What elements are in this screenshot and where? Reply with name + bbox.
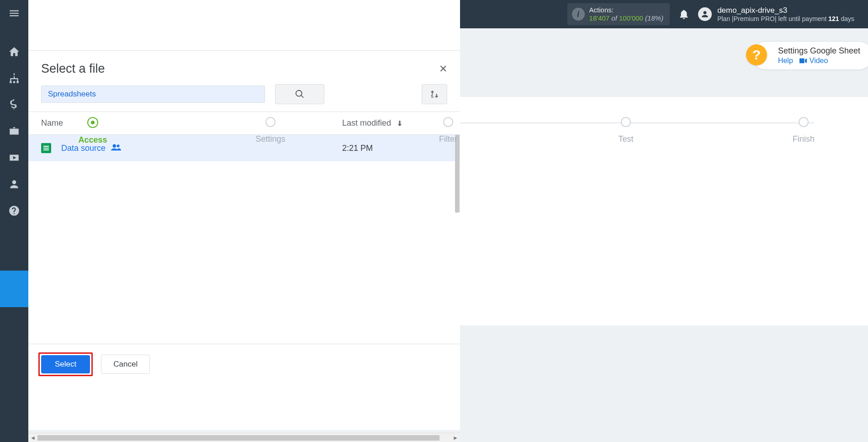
dollar-icon[interactable] [0, 91, 28, 118]
video-link[interactable]: Video [799, 57, 828, 65]
actions-counter[interactable]: i Actions: 18'407 of 100'000 (18%) [567, 3, 670, 25]
actions-pct: (18%) [645, 14, 663, 22]
actions-total: 100'000 [619, 14, 643, 22]
step-settings[interactable]: Settings [236, 117, 305, 144]
sort-button[interactable] [422, 84, 447, 104]
help-chip: ? Settings Google Sheet Help Video [752, 41, 868, 70]
file-list: Data source 2:21 PM [28, 135, 460, 344]
info-icon: i [572, 8, 585, 21]
select-button[interactable]: Select [41, 355, 90, 373]
step-finish[interactable]: Finish [769, 117, 838, 144]
file-picker-dialog: Select a file ✕ Spreadsheets Name Last m… [28, 50, 460, 384]
step-test[interactable]: Test [592, 117, 660, 144]
actions-count: 18'407 [589, 14, 610, 22]
select-highlight: Select [38, 352, 93, 376]
filter-chip[interactable]: Spreadsheets [41, 85, 265, 103]
user-block[interactable]: demo_apix-drive_s3 Plan |Premium PRO| le… [698, 6, 854, 22]
horizontal-scrollbar[interactable]: ◄ ► [28, 433, 460, 442]
help-link[interactable]: Help [778, 57, 793, 65]
sitemap-icon[interactable] [0, 65, 28, 91]
arrow-down-icon [396, 119, 404, 128]
scrollbar-thumb[interactable] [455, 135, 460, 213]
dialog-title: Select a file [41, 62, 105, 76]
actions-label: Actions: [589, 6, 664, 14]
plan-line: Plan |Premium PRO| left until payment 12… [717, 15, 854, 22]
help-icon[interactable] [0, 197, 28, 224]
avatar-icon [698, 7, 712, 21]
step-filter[interactable]: Filter [414, 117, 482, 144]
username: demo_apix-drive_s3 [717, 6, 854, 15]
briefcase-icon[interactable] [0, 118, 28, 144]
help-title: Settings Google Sheet [778, 46, 860, 56]
close-icon[interactable]: ✕ [439, 63, 447, 75]
dialog-footer: Select Cancel [28, 344, 460, 384]
question-icon[interactable]: ? [746, 44, 767, 65]
sheets-icon [41, 143, 51, 153]
hscroll-thumb[interactable] [37, 435, 439, 441]
menu-icon[interactable] [0, 0, 28, 27]
search-button[interactable] [275, 84, 324, 104]
cancel-button[interactable]: Cancel [101, 355, 150, 374]
home-icon[interactable] [0, 38, 28, 65]
bell-icon[interactable] [678, 8, 690, 20]
video-icon[interactable] [0, 144, 28, 171]
step-access[interactable]: Access [58, 117, 127, 145]
nav-rail [0, 0, 28, 442]
file-modified: 2:21 PM [342, 144, 447, 153]
user-icon[interactable] [0, 171, 28, 197]
scroll-right-icon[interactable]: ► [451, 435, 460, 441]
actions-of: of [611, 14, 617, 22]
scroll-left-icon[interactable]: ◄ [28, 435, 37, 441]
